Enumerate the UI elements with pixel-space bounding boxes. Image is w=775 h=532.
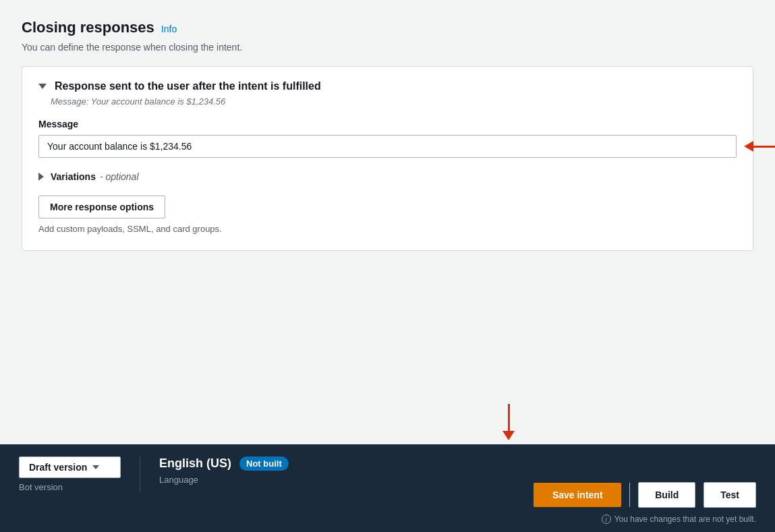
message-input-wrapper [38, 135, 737, 158]
version-section: Draft version Bot version [19, 456, 140, 492]
expand-icon [38, 173, 44, 181]
message-row [38, 135, 737, 158]
message-input[interactable] [38, 135, 737, 158]
language-section: English (US) Not built Language [159, 456, 289, 485]
page-header: Closing responses Info [22, 19, 753, 36]
build-button[interactable]: Build [638, 482, 695, 508]
info-circle-icon: i [602, 514, 611, 524]
variations-row[interactable]: Variations - optional [38, 171, 737, 182]
dropdown-arrow-icon [92, 465, 99, 469]
subtitle-prefix: Message: [51, 96, 88, 107]
section-header: Response sent to the user after the inte… [38, 80, 737, 92]
button-separator [629, 483, 630, 507]
section-title: Response sent to the user after the inte… [55, 80, 321, 92]
variations-label: Variations [51, 171, 96, 182]
collapse-icon[interactable] [38, 84, 47, 89]
message-field-label: Message [38, 119, 737, 129]
arrow-shaft [753, 146, 775, 148]
main-content: Closing responses Info You can define th… [0, 0, 775, 444]
arrow-annotation [744, 141, 775, 152]
arrow-head [744, 141, 753, 152]
language-label: Language [159, 475, 289, 485]
bottom-bar: Draft version Bot version English (US) N… [0, 444, 775, 532]
more-response-options-button[interactable]: More response options [38, 196, 165, 218]
language-name: English (US) [159, 456, 231, 471]
not-built-badge: Not built [239, 456, 289, 471]
variations-optional: - optional [100, 171, 139, 182]
info-link[interactable]: Info [161, 24, 177, 34]
bot-version-label: Bot version [19, 482, 121, 492]
response-card: Response sent to the user after the inte… [22, 66, 753, 251]
page-title: Closing responses [22, 19, 154, 36]
bottom-note-text: You have changes that are not yet built. [614, 514, 756, 524]
draft-version-label: Draft version [29, 462, 87, 473]
section-subtitle: Message: Your account balance is $1,234.… [38, 96, 737, 107]
bottom-note: i You have changes that are not yet buil… [602, 514, 756, 524]
action-buttons: Save intent Build Test [534, 482, 756, 508]
page-subtitle: You can define the response when closing… [22, 42, 753, 53]
language-header: English (US) Not built [159, 456, 289, 471]
draft-version-button[interactable]: Draft version [19, 456, 121, 478]
subtitle-value: Your account balance is $1,234.56 [91, 96, 225, 107]
options-hint: Add custom payloads, SSML, and card grou… [38, 224, 737, 234]
save-intent-button[interactable]: Save intent [534, 483, 621, 507]
test-button[interactable]: Test [704, 482, 756, 508]
